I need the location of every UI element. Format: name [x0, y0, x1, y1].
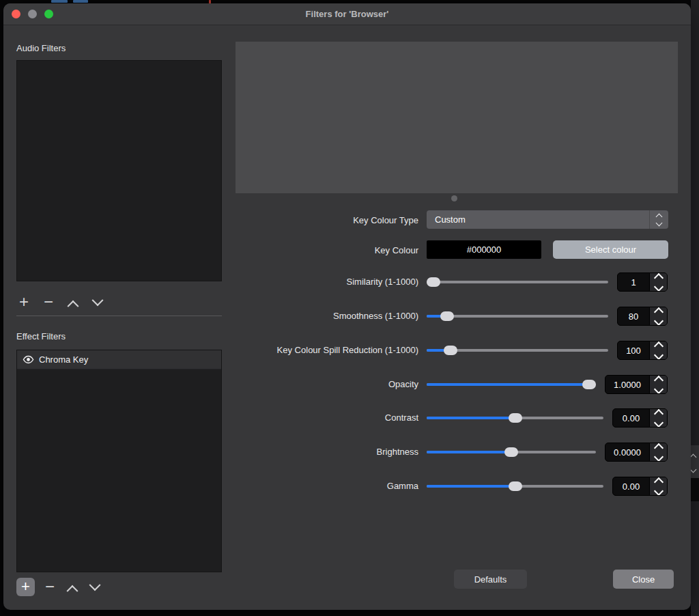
- defaults-button[interactable]: Defaults: [454, 570, 527, 589]
- audio-filters-label: Audio Filters: [16, 43, 66, 53]
- spinbox-value[interactable]: 0.00: [613, 409, 649, 427]
- spinbox-arrows[interactable]: [649, 376, 667, 393]
- slider-fill: [427, 417, 515, 419]
- background-right-strip: [691, 0, 699, 616]
- key-colour-label: Key Colour: [181, 245, 418, 255]
- key-colour-swatch[interactable]: #000000: [427, 240, 541, 259]
- filters-dialog: Filters for 'Browser' Audio Filters + − …: [3, 3, 691, 610]
- property-label: Similarity (1-1000): [181, 277, 418, 287]
- background-window-edge: [691, 478, 699, 501]
- slider-track[interactable]: [427, 281, 608, 283]
- spinbox-arrows[interactable]: [649, 307, 667, 325]
- value-spinbox[interactable]: 1.0000: [605, 375, 668, 394]
- property-label: Brightness: [181, 447, 418, 457]
- value-spinbox[interactable]: 0.00: [612, 408, 668, 428]
- dropdown-spinner-icon: [649, 210, 668, 229]
- select-colour-button[interactable]: Select colour: [553, 240, 668, 259]
- titlebar[interactable]: Filters for 'Browser': [3, 3, 691, 25]
- property-row: Brightness0.0000: [3, 442, 668, 462]
- spin-down-icon[interactable]: [653, 350, 663, 359]
- spin-down-icon[interactable]: [653, 384, 663, 393]
- property-row: Opacity1.0000: [3, 374, 668, 395]
- window-title: Filters for 'Browser': [3, 3, 691, 25]
- slider-handle[interactable]: [509, 413, 522, 423]
- spinbox-value[interactable]: 100: [618, 341, 649, 359]
- slider-handle[interactable]: [509, 481, 522, 491]
- property-row: Key Colour Spill Reduction (1-1000)100: [3, 340, 668, 361]
- slider-handle[interactable]: [582, 380, 596, 389]
- spin-down-icon[interactable]: [653, 316, 663, 325]
- spinbox-arrows[interactable]: [649, 273, 667, 291]
- background-window-edge-widget: [691, 445, 699, 478]
- spinbox-arrows[interactable]: [649, 477, 667, 495]
- slider-fill: [427, 485, 515, 488]
- spinbox-arrows[interactable]: [649, 341, 667, 359]
- effect-filters-toolbar: + −: [16, 577, 102, 596]
- slider-handle[interactable]: [504, 447, 518, 457]
- value-spinbox[interactable]: 0.00: [612, 477, 668, 496]
- property-row: Contrast0.00: [3, 408, 668, 428]
- property-label: Smoothness (1-1000): [181, 311, 418, 321]
- property-label: Opacity: [181, 379, 418, 389]
- background-chevron-icon: [690, 466, 697, 473]
- property-label: Contrast: [181, 412, 418, 423]
- value-spinbox[interactable]: 1: [617, 272, 668, 292]
- move-effect-filter-up-icon[interactable]: [65, 578, 80, 595]
- spinbox-value[interactable]: 1.0000: [605, 376, 649, 393]
- background-window-fragment: [73, 0, 88, 3]
- value-spinbox[interactable]: 0.0000: [605, 443, 668, 462]
- property-label: Key Colour Spill Reduction (1-1000): [181, 345, 418, 355]
- value-spinbox[interactable]: 100: [617, 341, 668, 360]
- background-window-fragment: [51, 0, 68, 3]
- remove-effect-filter-icon[interactable]: −: [42, 578, 57, 595]
- property-row: Smoothness (1-1000)80: [3, 306, 668, 326]
- slider-handle[interactable]: [440, 311, 454, 321]
- spinbox-value[interactable]: 80: [618, 307, 649, 325]
- filter-preview: [236, 42, 678, 193]
- slider-handle[interactable]: [427, 277, 440, 287]
- background-chevron-icon: [690, 454, 697, 461]
- key-colour-type-value: Custom: [427, 214, 649, 225]
- close-button[interactable]: Close: [613, 570, 674, 589]
- spin-down-icon[interactable]: [653, 486, 663, 495]
- spinbox-arrows[interactable]: [649, 409, 667, 427]
- slider-fill: [427, 383, 589, 386]
- move-effect-filter-down-icon[interactable]: [87, 578, 102, 595]
- spin-down-icon[interactable]: [653, 451, 663, 461]
- spin-down-icon[interactable]: [653, 281, 663, 291]
- property-label: Gamma: [181, 481, 418, 491]
- property-row: Gamma0.00: [3, 476, 668, 496]
- slider-handle[interactable]: [444, 346, 457, 355]
- key-colour-value: #000000: [467, 244, 502, 255]
- key-colour-type-label: Key Colour Type: [181, 215, 418, 225]
- property-row: Similarity (1-1000)1: [3, 272, 668, 292]
- slider-fill: [427, 451, 511, 453]
- spinbox-value[interactable]: 0.00: [613, 477, 649, 495]
- value-spinbox[interactable]: 80: [617, 307, 668, 326]
- spin-down-icon[interactable]: [653, 417, 663, 427]
- spinbox-arrows[interactable]: [649, 443, 667, 461]
- spinbox-value[interactable]: 1: [618, 273, 649, 291]
- spinbox-value[interactable]: 0.0000: [605, 443, 649, 461]
- slider-track[interactable]: [427, 315, 608, 318]
- add-effect-filter-button[interactable]: +: [16, 578, 35, 596]
- splitter-handle[interactable]: [451, 195, 457, 201]
- key-colour-type-dropdown[interactable]: Custom: [427, 210, 668, 229]
